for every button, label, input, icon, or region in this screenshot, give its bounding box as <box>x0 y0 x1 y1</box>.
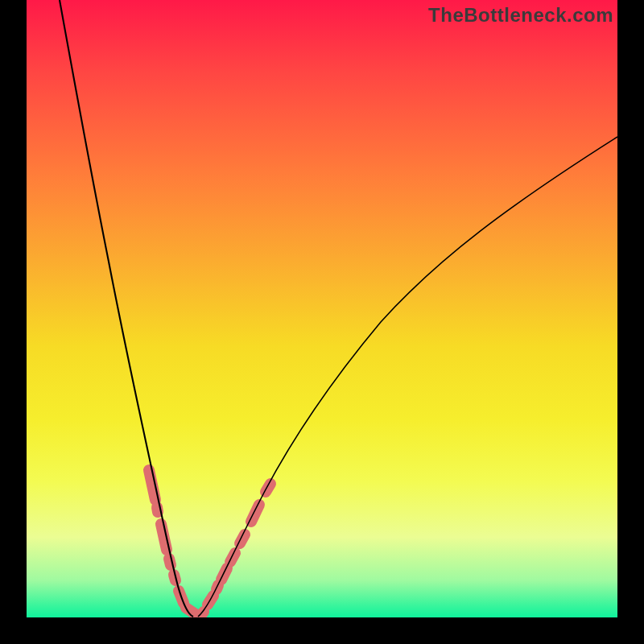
chart-container: TheBottleneck.com <box>0 0 644 644</box>
plot-gradient-background <box>27 0 617 617</box>
watermark-text: TheBottleneck.com <box>428 4 613 27</box>
